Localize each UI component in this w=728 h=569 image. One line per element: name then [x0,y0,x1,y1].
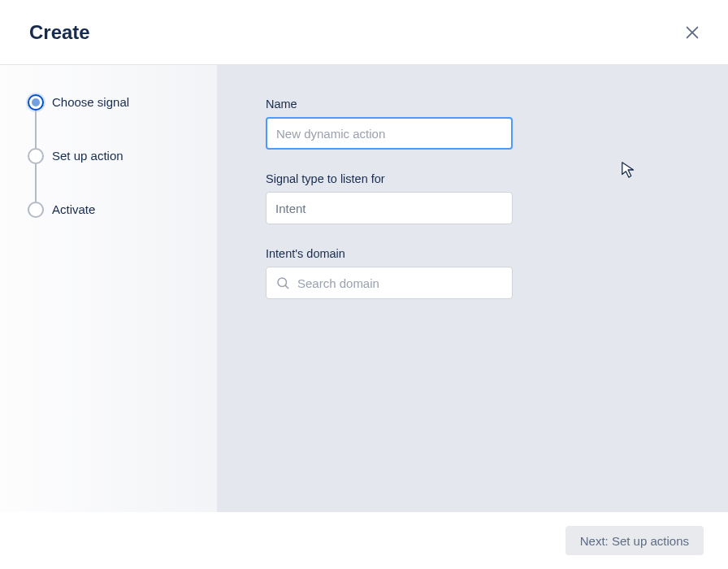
step-label: Choose signal [52,94,129,111]
close-button[interactable] [679,20,705,46]
step-connector [35,164,37,202]
cursor-icon [620,161,638,179]
step-label: Activate [52,202,95,218]
step-connector [35,111,37,148]
intent-domain-label: Intent's domain [266,247,679,260]
modal-footer: Next: Set up actions [0,512,728,569]
signal-type-select[interactable] [266,192,513,224]
name-label: Name [266,98,679,111]
stepper-sidebar: Choose signal Set up action Activate [0,65,217,512]
step-choose-signal[interactable]: Choose signal [28,94,217,148]
step-indicator-icon [28,94,44,111]
step-indicator-icon [28,202,44,218]
close-icon [683,24,701,41]
intent-domain-search-input[interactable] [266,267,513,299]
name-input[interactable] [266,117,513,150]
modal-title: Create [29,21,90,44]
modal-header: Create [0,0,728,65]
next-button[interactable]: Next: Set up actions [566,526,704,555]
step-activate[interactable]: Activate [28,202,217,218]
signal-type-label: Signal type to listen for [266,172,679,185]
step-set-up-action[interactable]: Set up action [28,148,217,202]
form-panel: Name Signal type to listen for Intent In… [217,65,728,512]
step-label: Set up action [52,148,124,164]
step-indicator-icon [28,148,44,164]
